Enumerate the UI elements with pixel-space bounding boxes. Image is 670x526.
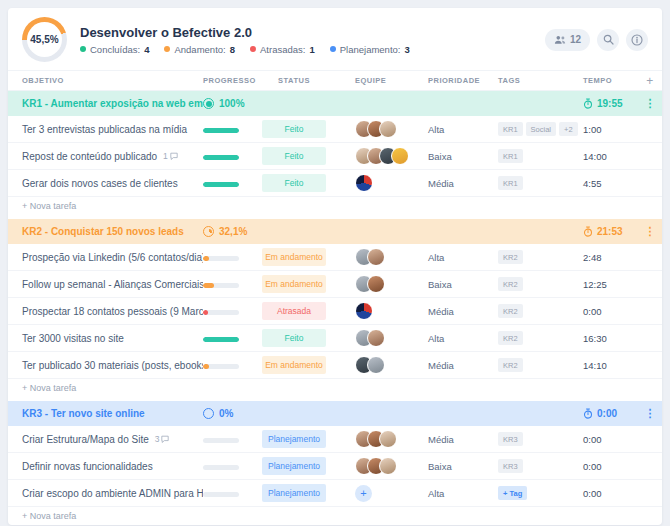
kr-section-header[interactable]: KR3 - Ter novo site online 0% 0:00 ⋮ bbox=[8, 401, 662, 426]
task-row[interactable]: Criar escopo do ambiente ADMIN para Home… bbox=[8, 480, 662, 507]
card-header: 45,5% Desenvolver o Befective 2.0 Conclu… bbox=[8, 8, 662, 70]
task-row[interactable]: Ter publicado 30 materiais (posts, ebook… bbox=[8, 352, 662, 379]
task-row[interactable]: Repost de conteúdo publicado 1 Feito Bai… bbox=[8, 143, 662, 170]
kebab-menu-icon[interactable]: ⋮ bbox=[638, 407, 662, 420]
kr-progress-pie-icon bbox=[203, 408, 214, 419]
tag-chip[interactable]: Social bbox=[526, 122, 556, 136]
task-row[interactable]: Prospeção via Linkedin (5/6 contatos/dia… bbox=[8, 244, 662, 271]
kebab-menu-icon[interactable]: ⋮ bbox=[638, 225, 662, 238]
task-name: Ter 3000 visitas no site bbox=[8, 333, 203, 344]
avatar[interactable] bbox=[355, 174, 373, 192]
tag-chip[interactable]: KR2 bbox=[498, 250, 523, 264]
status-chip[interactable]: Planejamento bbox=[262, 457, 326, 475]
search-icon bbox=[603, 34, 614, 45]
legend-item: Atrasadas: 1 bbox=[250, 44, 315, 55]
tag-chip[interactable]: KR3 bbox=[498, 432, 523, 446]
tag-chip[interactable]: KR3 bbox=[498, 459, 523, 473]
team-avatars[interactable]: + bbox=[328, 485, 428, 502]
tag-chip[interactable]: KR2 bbox=[498, 304, 523, 318]
kr-progress: 32,1% bbox=[203, 226, 260, 237]
legend-item: Planejamento: 3 bbox=[330, 44, 410, 55]
task-progress bbox=[203, 306, 260, 317]
kebab-menu-icon[interactable]: ⋮ bbox=[638, 97, 662, 110]
add-member-button[interactable]: + bbox=[355, 485, 372, 502]
avatar[interactable] bbox=[367, 329, 385, 347]
objective-title: Desenvolver o Befective 2.0 bbox=[80, 25, 410, 40]
legend-label: Planejamento: bbox=[340, 44, 401, 55]
priority-label: Baixa bbox=[428, 461, 498, 472]
status-chip[interactable]: Em andamento bbox=[262, 356, 326, 374]
kr-time-value: 0:00 bbox=[597, 408, 617, 419]
status-chip[interactable]: Em andamento bbox=[262, 275, 326, 293]
legend-label: Atrasadas: bbox=[260, 44, 305, 55]
task-row[interactable]: Criar Estrutura/Mapa do Site 3 Planejame… bbox=[8, 426, 662, 453]
status-chip[interactable]: Em andamento bbox=[262, 248, 326, 266]
team-avatars[interactable] bbox=[328, 275, 428, 293]
kr-time-value: 19:55 bbox=[597, 98, 623, 109]
team-avatars[interactable] bbox=[328, 120, 428, 138]
tag-chip[interactable]: +2 bbox=[559, 122, 578, 136]
team-avatars[interactable] bbox=[328, 147, 428, 165]
priority-label: Média bbox=[428, 434, 498, 445]
kr-title: KR3 - Ter novo site online bbox=[8, 408, 203, 419]
avatar[interactable] bbox=[379, 457, 397, 475]
avatar[interactable] bbox=[379, 430, 397, 448]
avatar[interactable] bbox=[367, 248, 385, 266]
status-chip[interactable]: Planejamento bbox=[262, 484, 326, 502]
task-row[interactable]: Ter 3000 visitas no site Feito Alta KR2 … bbox=[8, 325, 662, 352]
tag-chip[interactable]: KR1 bbox=[498, 176, 523, 190]
avatar[interactable] bbox=[391, 147, 409, 165]
info-button[interactable] bbox=[626, 29, 648, 51]
status-chip[interactable]: Feito bbox=[262, 147, 326, 165]
team-avatars[interactable] bbox=[328, 430, 428, 448]
avatar[interactable] bbox=[379, 120, 397, 138]
avatar[interactable] bbox=[367, 275, 385, 293]
tag-chip[interactable]: KR1 bbox=[498, 122, 523, 136]
comments-indicator[interactable]: 3 bbox=[155, 434, 170, 444]
add-task-button[interactable]: + Nova tarefa bbox=[8, 197, 662, 215]
kr-section-header[interactable]: KR1 - Aumentar exposição na web em 25% 1… bbox=[8, 91, 662, 116]
priority-label: Média bbox=[428, 306, 498, 317]
team-avatars[interactable] bbox=[328, 329, 428, 347]
members-count-button[interactable]: 12 bbox=[545, 29, 590, 51]
team-avatars[interactable] bbox=[328, 302, 428, 320]
search-button[interactable] bbox=[597, 29, 619, 51]
task-row[interactable]: Ter 3 entrevistas publicadas na mídia Fe… bbox=[8, 116, 662, 143]
tag-chip[interactable]: KR1 bbox=[498, 149, 523, 163]
comment-bubble-icon bbox=[161, 435, 169, 443]
tag-chip[interactable]: KR2 bbox=[498, 358, 523, 372]
tag-chip[interactable]: KR2 bbox=[498, 277, 523, 291]
kr-progress-value: 32,1% bbox=[219, 226, 247, 237]
task-row[interactable]: Prospectar 18 contatos pessoais (9 Marci… bbox=[8, 298, 662, 325]
avatar[interactable] bbox=[367, 356, 385, 374]
team-avatars[interactable] bbox=[328, 174, 428, 192]
priority-label: Alta bbox=[428, 488, 498, 499]
status-chip[interactable]: Feito bbox=[262, 120, 326, 138]
kr-section-header[interactable]: KR2 - Conquistar 150 novos leads 32,1% 2… bbox=[8, 219, 662, 244]
tags-cell: KR1 bbox=[498, 176, 583, 190]
tag-chip[interactable]: KR2 bbox=[498, 331, 523, 345]
tag-chip[interactable]: + Tag bbox=[498, 486, 527, 500]
legend-dot-icon bbox=[164, 46, 170, 52]
task-row[interactable]: Gerar dois novos cases de clientes Feito… bbox=[8, 170, 662, 197]
avatar[interactable] bbox=[355, 302, 373, 320]
add-task-button[interactable]: + Nova tarefa bbox=[8, 507, 662, 525]
status-chip[interactable]: Feito bbox=[262, 174, 326, 192]
info-icon bbox=[631, 34, 643, 46]
task-row[interactable]: Definir novas funcionalidades Planejamen… bbox=[8, 453, 662, 480]
team-avatars[interactable] bbox=[328, 457, 428, 475]
add-column-button[interactable]: + bbox=[638, 74, 662, 88]
status-chip[interactable]: Feito bbox=[262, 329, 326, 347]
status-chip[interactable]: Planejamento bbox=[262, 430, 326, 448]
task-row[interactable]: Follow up semanal - Alianças Comerciais … bbox=[8, 271, 662, 298]
team-avatars[interactable] bbox=[328, 356, 428, 374]
comments-indicator[interactable]: 1 bbox=[163, 151, 178, 161]
priority-label: Alta bbox=[428, 252, 498, 263]
time-value: 0:00 bbox=[583, 306, 638, 317]
add-task-button[interactable]: + Nova tarefa bbox=[8, 379, 662, 397]
time-value: 0:00 bbox=[583, 488, 638, 499]
team-avatars[interactable] bbox=[328, 248, 428, 266]
status-chip[interactable]: Atrasada bbox=[262, 302, 326, 320]
tags-cell: KR1 bbox=[498, 149, 583, 163]
priority-label: Baixa bbox=[428, 151, 498, 162]
